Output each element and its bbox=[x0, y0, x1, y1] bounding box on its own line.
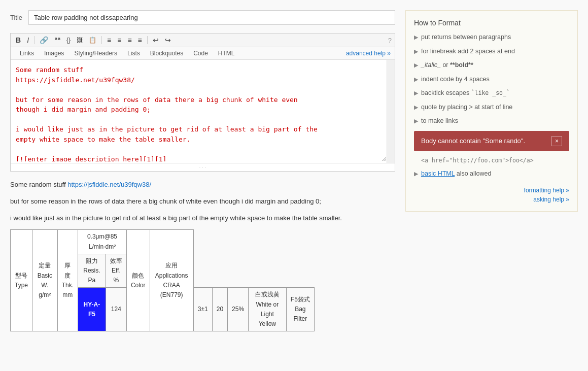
toolbar-separator-2 bbox=[101, 36, 102, 44]
format-item-returns: ▶ put returns between paragraphs bbox=[414, 33, 569, 42]
preview-para-3: i would like just as in the picture to g… bbox=[10, 213, 395, 224]
bold-button[interactable]: B bbox=[14, 36, 23, 45]
how-to-format-panel: How to Format ▶ put returns between para… bbox=[405, 10, 578, 212]
undo-button[interactable]: ↩ bbox=[151, 36, 161, 45]
help-icon[interactable]: ? bbox=[388, 37, 392, 44]
preview-table-wrapper: 型号Type 定量Basic W.g/m² 厚度Thk.mm 0.3μm@85 … bbox=[10, 229, 395, 331]
arrow-icon-links: ▶ bbox=[414, 117, 418, 125]
table-cell-app-header: 应用ApplicationsCRAA (EN779) bbox=[150, 230, 193, 331]
arrow-icon-emphasis: ▶ bbox=[414, 61, 418, 69]
how-to-format-title: How to Format bbox=[414, 19, 569, 27]
toolbar-separator-3 bbox=[147, 36, 148, 44]
html-tab[interactable]: HTML bbox=[213, 47, 240, 59]
format-text-backtick: backtick escapes `like _so_` bbox=[421, 89, 510, 98]
indent-button[interactable]: ≡ bbox=[125, 36, 133, 45]
format-item-linebreak: ▶ for linebreak add 2 spaces at end bbox=[414, 47, 569, 56]
editor-scrollbar[interactable] bbox=[387, 60, 395, 163]
format-text-linebreak: for linebreak add 2 spaces at end bbox=[421, 47, 515, 56]
table-cell-resistance-header: 0.3μm@85 L/min·dm² bbox=[78, 230, 127, 254]
table-cell-color: 白或浅黄White or Light Yellow bbox=[249, 288, 287, 331]
editor-toolbar: B I 🔗 ❝❝ {} 🖼 📋 ≡ ≡ ≡ ≡ ↩ ↪ ? bbox=[11, 33, 395, 47]
editor-box: B I 🔗 ❝❝ {} 🖼 📋 ≡ ≡ ≡ ≡ ↩ ↪ ? Links bbox=[10, 33, 395, 172]
preview-para-3-text: i would like just as in the picture to g… bbox=[10, 214, 342, 222]
table-cell-eff-header: 效率Eff.% bbox=[106, 254, 126, 288]
arrow-icon-indent: ▶ bbox=[414, 76, 418, 83]
preview-table: 型号Type 定量Basic W.g/m² 厚度Thk.mm 0.3μm@85 … bbox=[10, 229, 315, 331]
format-item-basic-html: ▶ basic HTML also allowed bbox=[414, 170, 569, 179]
format-text-html-example: <a href="http://foo.com">foo</a> bbox=[421, 156, 534, 164]
preview-para-2-text: but for some reason in the rows of data … bbox=[10, 197, 321, 205]
italic-button[interactable]: I bbox=[25, 36, 31, 45]
format-text-returns: put returns between paragraphs bbox=[421, 33, 511, 42]
arrow-icon-quote: ▶ bbox=[414, 104, 418, 111]
format-item-indent: ▶ indent code by 4 spaces bbox=[414, 75, 569, 84]
preview-para-1: Some random stuff https://jsfiddle.net/u… bbox=[10, 180, 395, 190]
table-cell-model: HY-A-F5 bbox=[78, 288, 106, 331]
arrow-icon-returns: ▶ bbox=[414, 33, 418, 41]
table-cell-thk-header: 厚度Thk.mm bbox=[57, 230, 78, 331]
preview-para-1-link[interactable]: https://jsfiddle.net/u39fqw38/ bbox=[67, 181, 151, 188]
title-label: Title bbox=[10, 14, 22, 21]
ul-button[interactable]: ≡ bbox=[115, 36, 123, 45]
arrow-icon-linebreak: ▶ bbox=[414, 48, 418, 55]
code-tab[interactable]: Code bbox=[188, 47, 213, 59]
format-links: formatting help » asking help » bbox=[414, 187, 569, 203]
arrow-icon-backtick: ▶ bbox=[414, 89, 418, 97]
advanced-help-link[interactable]: advanced help » bbox=[346, 50, 391, 57]
asking-help-link[interactable]: asking help » bbox=[533, 196, 569, 203]
pre-button[interactable]: 📋 bbox=[87, 36, 98, 44]
editor-textarea-wrapper: Some random stuff https://jsfiddle.net/u… bbox=[11, 60, 395, 163]
table-cell-eff: 25% bbox=[228, 288, 249, 331]
table-header-row-1: 型号Type 定量Basic W.g/m² 厚度Thk.mm 0.3μm@85 … bbox=[11, 230, 315, 254]
title-input[interactable] bbox=[28, 10, 395, 25]
sidebar: How to Format ▶ put returns between para… bbox=[405, 10, 578, 342]
format-text-basic-html: basic HTML also allowed bbox=[421, 170, 491, 179]
format-item-quote: ▶ quote by placing > at start of line bbox=[414, 103, 569, 112]
format-text-emphasis: _italic_ or **bold** bbox=[421, 61, 473, 70]
links-tab[interactable]: Links bbox=[15, 47, 39, 59]
format-text-links: to make links bbox=[421, 117, 458, 126]
blockquotes-tab[interactable]: Blockquotes bbox=[145, 47, 188, 59]
error-message: Body cannot contain "Some rando". bbox=[421, 137, 525, 145]
basic-html-link[interactable]: basic HTML bbox=[421, 170, 455, 177]
redo-button[interactable]: ↪ bbox=[163, 36, 173, 45]
preview-para-1-text: Some random stuff bbox=[10, 181, 67, 188]
code-button[interactable]: {} bbox=[64, 36, 73, 44]
editor-textarea[interactable]: Some random stuff https://jsfiddle.net/u… bbox=[11, 60, 387, 161]
styling-headers-tab[interactable]: Styling/Headers bbox=[69, 47, 122, 59]
lists-tab[interactable]: Lists bbox=[122, 47, 145, 59]
blockquote-button[interactable]: ❝❝ bbox=[52, 36, 62, 44]
format-item-backtick: ▶ backtick escapes `like _so_` bbox=[414, 89, 569, 98]
preview-area: Some random stuff https://jsfiddle.net/u… bbox=[10, 180, 395, 342]
format-item-links: ▶ to make links bbox=[414, 117, 569, 126]
format-text-quote: quote by placing > at start of line bbox=[421, 103, 512, 112]
editor-resize-handle[interactable]: · · · bbox=[11, 163, 395, 171]
table-cell-resis-header: 阻力Resis.Pa bbox=[78, 254, 106, 288]
toolbar-separator-1 bbox=[34, 36, 34, 44]
error-notification: Body cannot contain "Some rando". × bbox=[414, 131, 569, 152]
table-cell-color-header: 颜色Color bbox=[126, 230, 150, 331]
table-cell-basic-w-header: 定量Basic W.g/m² bbox=[32, 230, 58, 331]
table-cell-thk: 3±1 bbox=[193, 288, 212, 331]
ol-button[interactable]: ≡ bbox=[105, 36, 113, 45]
table-cell-resist: 20 bbox=[212, 288, 227, 331]
arrow-icon-basic-html: ▶ bbox=[414, 170, 418, 178]
images-tab[interactable]: Images bbox=[39, 47, 69, 59]
format-item-html-example: <a href="http://foo.com">foo</a> bbox=[414, 156, 569, 164]
error-close-button[interactable]: × bbox=[551, 136, 562, 147]
table-cell-type-header: 型号Type bbox=[11, 230, 32, 331]
format-text-indent: indent code by 4 spaces bbox=[421, 75, 490, 84]
outdent-button[interactable]: ≡ bbox=[136, 36, 144, 45]
tab-bar: Links Images Styling/Headers Lists Block… bbox=[11, 47, 395, 60]
table-cell-app: F5袋式Bag Filter bbox=[286, 288, 314, 331]
table-cell-basic-w: 124 bbox=[106, 288, 126, 331]
format-item-emphasis: ▶ _italic_ or **bold** bbox=[414, 61, 569, 70]
formatting-help-link[interactable]: formatting help » bbox=[524, 187, 569, 194]
preview-para-2: but for some reason in the rows of data … bbox=[10, 196, 395, 207]
link-button[interactable]: 🔗 bbox=[38, 36, 50, 45]
image-button[interactable]: 🖼 bbox=[75, 36, 85, 44]
